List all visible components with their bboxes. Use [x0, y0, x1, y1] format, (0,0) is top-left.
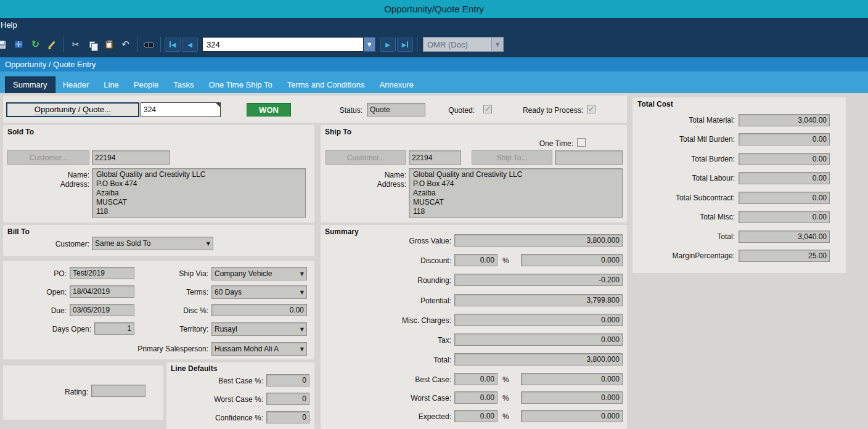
total-cost-total-field[interactable]: 3,040.00	[739, 231, 830, 243]
expected-pct-field[interactable]: 0.00	[454, 410, 497, 422]
ready-to-process-checkbox[interactable]: ✓	[587, 105, 596, 113]
ship-to-customer-button[interactable]: Customer...	[326, 150, 406, 165]
total-labour-field[interactable]: 0.00	[739, 172, 830, 184]
tab-line[interactable]: Line	[96, 77, 126, 93]
days-open-field[interactable]: 1	[94, 322, 134, 335]
expected-field[interactable]: 0.000	[521, 410, 623, 422]
best-case-pct-default-field[interactable]: 0	[266, 374, 309, 386]
ship-to-address-box[interactable]: Global Quality and Creativity LLC P.O Bo…	[409, 168, 623, 218]
ship-to-customer-id-field[interactable]: 22194	[409, 150, 461, 165]
total-misc-field[interactable]: 0.00	[739, 211, 830, 223]
open-date-label: Open:	[23, 288, 67, 296]
terms-label: Terms:	[147, 288, 208, 296]
open-date-field[interactable]: 18/04/2019	[70, 285, 134, 298]
best-case-pct-field[interactable]: 0.00	[454, 373, 497, 385]
copy-button[interactable]	[84, 36, 100, 52]
expected-label: Expected:	[346, 412, 451, 421]
total-material-field[interactable]: 3,040.00	[739, 114, 830, 126]
total-cost-total-value: 3,040.00	[798, 232, 827, 241]
undo-button[interactable]: ↶	[117, 36, 134, 52]
disc-percent-field[interactable]: 0.00	[211, 304, 307, 316]
workbook-icon	[15, 41, 23, 48]
discount-pct-field[interactable]: 0.00	[454, 254, 497, 266]
tab-summary[interactable]: Summary	[5, 76, 55, 93]
margin-percentage-field[interactable]: 25.00	[739, 250, 830, 262]
won-badge-label: WON	[259, 105, 279, 115]
status-field[interactable]: Quote	[367, 103, 425, 116]
paste-button[interactable]	[100, 36, 117, 52]
record-dropdown-button[interactable]: ▼	[364, 37, 375, 52]
ship-to-id-field[interactable]	[555, 150, 623, 165]
sold-to-title: Sold To	[7, 128, 34, 136]
ship-to-button[interactable]: Ship To...	[472, 150, 552, 165]
cut-button[interactable]: ✂	[67, 36, 84, 52]
quoted-checkbox[interactable]: ✓	[483, 105, 492, 113]
chevron-down-icon: ▼	[300, 290, 304, 295]
toolbar-separator	[160, 37, 161, 52]
best-case-field[interactable]: 0.000	[521, 373, 623, 385]
total-mtl-burden-field[interactable]: 0.00	[739, 133, 830, 145]
tab-people[interactable]: People	[126, 77, 166, 93]
refresh-button[interactable]: ↻	[27, 36, 44, 52]
gross-value-field[interactable]: 3,800.000	[454, 234, 623, 247]
territory-combobox[interactable]: Rusayl ▼	[211, 322, 307, 336]
next-record-button[interactable]: ▶	[380, 38, 396, 52]
total-subcontract-field[interactable]: 0.00	[739, 192, 830, 204]
total-burden-field[interactable]: 0.00	[739, 153, 830, 165]
tax-field[interactable]: 0.000	[454, 333, 623, 346]
total-subcontract-value: 0.00	[813, 194, 827, 202]
primary-salesperson-combobox[interactable]: Hussam Mohd Ali A ▼	[211, 342, 307, 356]
tab-one-time-ship-to[interactable]: One Time Ship To	[202, 77, 280, 93]
terms-combobox[interactable]: 60 Days ▼	[211, 285, 307, 299]
discount-field[interactable]: 0.000	[521, 254, 623, 266]
total-material-value: 3,040.00	[798, 116, 827, 125]
opportunity-quote-button[interactable]: Opportunity / Quote...	[6, 102, 139, 117]
worst-case-field[interactable]: 0.000	[521, 391, 623, 404]
misc-charges-field[interactable]: 0.000	[454, 314, 623, 326]
worst-case-pct-field[interactable]: 0.00	[454, 391, 497, 404]
due-date-field[interactable]: 03/05/2019	[70, 304, 134, 316]
sold-to-customer-button[interactable]: Customer...	[7, 150, 89, 165]
worst-case-label: Worst Case:	[346, 394, 451, 402]
total-cost-title: Total Cost	[637, 100, 673, 108]
first-record-bar-icon	[170, 41, 171, 47]
prev-record-button[interactable]: ◀	[182, 38, 198, 52]
tab-annexure[interactable]: Annexure	[372, 77, 421, 93]
ship-via-combobox[interactable]: Company Vehicle ▼	[211, 267, 307, 280]
ship-via-value: Company Vehicle	[215, 269, 272, 278]
worst-case-pct-label: Worst Case %:	[183, 395, 263, 404]
rating-field[interactable]	[91, 385, 145, 397]
one-time-label: One Time:	[521, 139, 573, 148]
summary-total-field[interactable]: 3,800.000	[454, 353, 623, 366]
total-material-label: Total Material:	[635, 116, 735, 125]
worst-case-value: 0.000	[601, 393, 620, 402]
record-number-input[interactable]: 324	[202, 37, 364, 52]
po-field[interactable]: Test/2019	[70, 267, 134, 279]
check-mark-icon: ✓	[588, 105, 594, 113]
one-time-checkbox[interactable]	[577, 138, 586, 147]
sold-to-customer-id-field[interactable]: 22194	[92, 150, 170, 165]
menu-help[interactable]: Help	[0, 20, 22, 30]
find-button[interactable]	[141, 36, 157, 52]
worst-case-pct-default-field[interactable]: 0	[266, 393, 309, 405]
sold-to-address-box[interactable]: Global Quality and Creativity LLC P.O Bo…	[92, 168, 306, 218]
currency-mode-combobox[interactable]: OMR (Doc) ▼	[423, 37, 504, 52]
total-misc-value: 0.00	[813, 213, 827, 221]
discount-pct-value: 0.00	[480, 256, 494, 264]
edit-button[interactable]	[44, 36, 60, 52]
workbook-button[interactable]	[10, 36, 27, 52]
currency-dropdown-button[interactable]: ▼	[492, 37, 504, 52]
first-record-button[interactable]: ◀	[165, 38, 181, 52]
save-button[interactable]	[0, 36, 10, 52]
bill-to-customer-combobox[interactable]: Same as Sold To ▼	[92, 237, 213, 250]
potential-field[interactable]: 3,799.800	[454, 294, 623, 306]
ship-to-button-label: Ship To...	[497, 153, 528, 162]
tab-header[interactable]: Header	[55, 77, 97, 93]
tab-terms-and-conditions[interactable]: Terms and Conditions	[280, 77, 372, 93]
rounding-field[interactable]: -0.200	[454, 274, 623, 286]
last-record-button[interactable]: ▶	[397, 38, 413, 52]
sold-to-address-label: Address:	[28, 180, 89, 189]
confidence-pct-field[interactable]: 0	[266, 411, 309, 423]
tab-tasks[interactable]: Tasks	[166, 77, 201, 93]
quote-number-field[interactable]: 324	[141, 102, 221, 117]
